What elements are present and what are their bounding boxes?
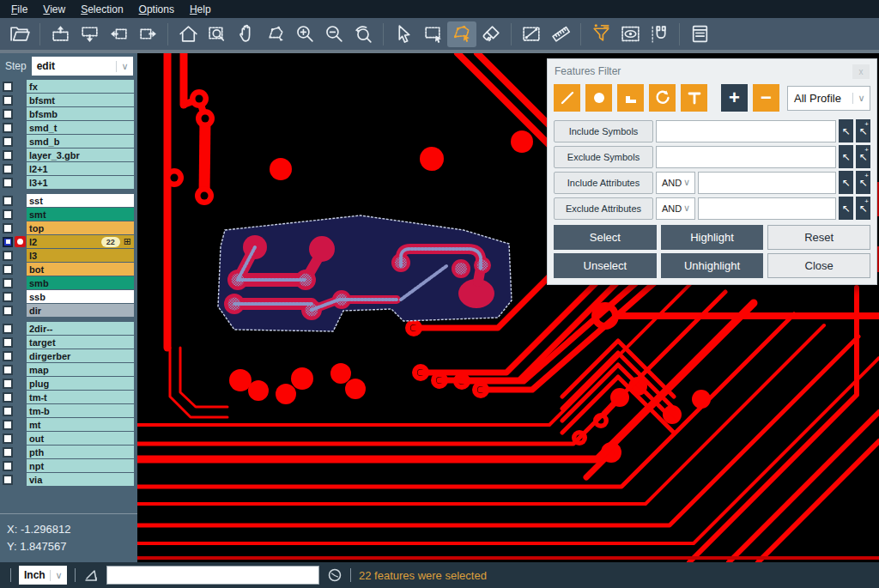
reset-button[interactable]: Reset	[767, 225, 870, 250]
unhighlight-button[interactable]: Unhighlight	[661, 253, 764, 278]
layer-visibility-checkbox[interactable]	[3, 406, 13, 416]
snap-button[interactable]	[645, 21, 674, 47]
layer-visibility-checkbox[interactable]	[3, 351, 13, 361]
layer-visibility-checkbox[interactable]	[3, 278, 13, 288]
arc-type-button[interactable]	[649, 84, 676, 112]
layer-row-l2+1[interactable]: l2+1	[0, 162, 137, 175]
layer-visibility-checkbox[interactable]	[3, 150, 13, 161]
layer-visibility-checkbox[interactable]	[3, 209, 13, 220]
layer-visibility-checkbox[interactable]	[3, 164, 13, 174]
surface-type-button[interactable]	[617, 84, 644, 112]
text-type-button[interactable]	[681, 84, 707, 112]
menu-file[interactable]: File	[3, 2, 35, 17]
layer-visibility-checkbox[interactable]	[3, 264, 13, 275]
layer-row-target[interactable]: target	[0, 336, 137, 349]
include-symbols-button[interactable]: Include Symbols	[554, 120, 653, 142]
shift-right-button[interactable]	[133, 21, 162, 47]
features-filter-button[interactable]	[586, 21, 615, 47]
layer-row-smb[interactable]: smb	[0, 276, 137, 289]
layer-visibility-checkbox[interactable]	[3, 337, 13, 348]
open-folder-button[interactable]	[5, 21, 34, 47]
menu-help[interactable]: Help	[182, 2, 219, 17]
layer-form-button[interactable]	[685, 21, 714, 47]
ruler-button[interactable]	[546, 21, 575, 47]
layer-row-bfsmb[interactable]: bfsmb	[0, 107, 137, 120]
exclude-attributes-input[interactable]	[698, 197, 836, 220]
dialog-title-bar[interactable]: Features Filter x	[548, 59, 876, 81]
layer-row-layer_3.gbr[interactable]: layer_3.gbr	[0, 149, 137, 161]
layer-row-tm-b[interactable]: tm-b	[0, 404, 137, 417]
layer-row-l2[interactable]: l222⊞	[0, 235, 137, 248]
pan-hand-button[interactable]	[232, 21, 261, 47]
step-select[interactable]: edit ∨	[32, 57, 133, 76]
include-symbols-input[interactable]	[656, 120, 836, 142]
layer-row-smd_t[interactable]: smd_t	[0, 121, 137, 134]
show-hide-button[interactable]	[615, 21, 645, 47]
layer-row-map[interactable]: map	[0, 363, 137, 376]
layer-row-dirgerber[interactable]: dirgerber	[0, 349, 137, 362]
pick-add-symbol-button[interactable]: ↖+	[856, 145, 870, 168]
layer-visibility-checkbox[interactable]	[3, 95, 13, 106]
pick-attribute-button[interactable]: ↖	[839, 197, 853, 220]
layer-visibility-checkbox[interactable]	[3, 420, 13, 430]
layer-visibility-checkbox[interactable]	[3, 365, 13, 375]
add-filter-button[interactable]: +	[721, 84, 748, 112]
layer-visibility-checkbox[interactable]	[3, 109, 13, 119]
zoom-in-button[interactable]	[290, 21, 319, 47]
layer-row-top[interactable]: top	[0, 221, 137, 234]
layer-row-smt[interactable]: smt	[0, 208, 137, 221]
close-button[interactable]: Close	[767, 253, 870, 278]
layer-visibility-checkbox[interactable]	[3, 237, 13, 247]
highlight-button[interactable]: Highlight	[661, 225, 764, 250]
exclude-attributes-operator-select[interactable]: AND∨	[656, 197, 695, 220]
exclude-attributes-button[interactable]: Exclude Attributes	[554, 197, 653, 220]
dialog-close-button[interactable]: x	[852, 64, 870, 79]
layer-grid-icon[interactable]: ⊞	[124, 236, 131, 247]
layer-row-dir[interactable]: dir	[0, 304, 137, 317]
layer-row-bfsmt[interactable]: bfsmt	[0, 94, 137, 106]
layer-row-pth[interactable]: pth	[0, 446, 137, 458]
layer-visibility-checkbox[interactable]	[3, 292, 13, 302]
line-type-button[interactable]	[554, 84, 580, 112]
pick-symbol-button[interactable]: ↖	[839, 119, 853, 142]
profile-select[interactable]: All Profile ∨	[787, 86, 870, 111]
pad-type-button[interactable]	[585, 84, 612, 112]
layer-visibility-checkbox[interactable]	[3, 196, 13, 206]
layer-visibility-checkbox[interactable]	[3, 433, 13, 444]
layer-row-l3[interactable]: l3	[0, 249, 137, 262]
layer-visibility-checkbox[interactable]	[3, 447, 13, 458]
pick-symbol-button[interactable]: ↖	[839, 145, 853, 168]
layer-visibility-checkbox[interactable]	[3, 306, 13, 316]
zoom-polygon-button[interactable]	[261, 21, 290, 47]
layer-row-mt[interactable]: mt	[0, 418, 137, 431]
layer-row-tm-t[interactable]: tm-t	[0, 391, 137, 403]
layer-row-smd_b[interactable]: smd_b	[0, 135, 137, 148]
pick-add-symbol-button[interactable]: ↖+	[856, 119, 870, 142]
shift-up-button[interactable]	[45, 21, 75, 47]
layer-visibility-checkbox[interactable]	[3, 392, 13, 403]
remove-filter-button[interactable]: −	[753, 84, 779, 112]
layer-visibility-checkbox[interactable]	[3, 379, 13, 389]
menu-view[interactable]: View	[35, 2, 73, 17]
layer-row-bot[interactable]: bot	[0, 263, 137, 276]
pick-add-attribute-button[interactable]: ↖+	[856, 171, 870, 194]
polygon-select-button[interactable]	[447, 21, 476, 47]
exclude-symbols-input[interactable]	[656, 146, 836, 168]
home-view-button[interactable]	[173, 21, 203, 47]
layer-row-plug[interactable]: plug	[0, 377, 137, 390]
rect-select-button[interactable]	[418, 21, 447, 47]
snap-angle-icon[interactable]	[83, 567, 99, 583]
layer-visibility-checkbox[interactable]	[3, 82, 13, 92]
layer-visibility-checkbox[interactable]	[3, 324, 13, 334]
layer-visibility-checkbox[interactable]	[3, 251, 13, 261]
unselect-button[interactable]: Unselect	[554, 253, 657, 278]
layer-visibility-checkbox[interactable]	[3, 136, 13, 147]
select-arrow-button[interactable]	[389, 21, 418, 47]
include-attributes-operator-select[interactable]: AND∨	[656, 172, 695, 194]
shift-down-button[interactable]	[75, 21, 104, 47]
shift-left-button[interactable]	[104, 21, 133, 47]
layer-row-fx[interactable]: fx	[0, 80, 137, 93]
units-select[interactable]: Inch ∨	[19, 566, 67, 585]
zoom-out-button[interactable]	[319, 21, 349, 47]
layer-row-l3+1[interactable]: l3+1	[0, 176, 137, 189]
